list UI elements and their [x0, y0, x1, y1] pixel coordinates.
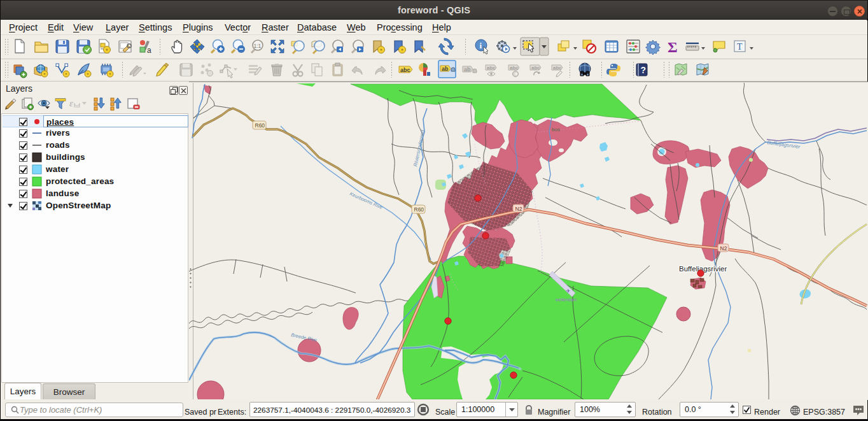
svg-text:T: T	[737, 42, 743, 52]
svg-text:✈: ✈	[566, 288, 571, 294]
svg-text:bos: bos	[552, 127, 560, 132]
svg-text:a: a	[147, 46, 151, 55]
svg-text:ab: ab	[464, 66, 471, 73]
svg-text:Σ: Σ	[668, 39, 678, 55]
svg-text:ε: ε	[69, 98, 73, 108]
svg-text:abc: abc	[487, 65, 496, 71]
svg-text:N2: N2	[515, 206, 522, 212]
svg-text:?: ?	[641, 65, 647, 75]
svg-text:1:1: 1:1	[254, 43, 262, 49]
svg-text:R60: R60	[414, 206, 424, 213]
svg-text:R60: R60	[255, 122, 265, 129]
svg-text:ab: ab	[442, 66, 449, 72]
svg-text:abc: abc	[553, 65, 562, 71]
svg-text:i: i	[480, 41, 482, 50]
svg-text:abc: abc	[510, 65, 519, 71]
svg-text:abc: abc	[400, 67, 410, 73]
svg-text:abc: abc	[531, 65, 540, 71]
svg-text:wellendam: wellendam	[555, 297, 577, 302]
svg-text:N2: N2	[720, 245, 727, 252]
